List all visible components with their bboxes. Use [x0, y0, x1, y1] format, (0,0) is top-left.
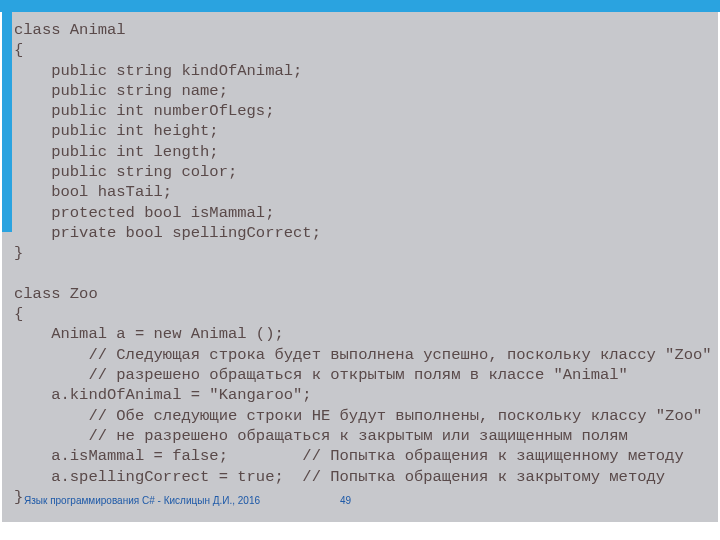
page-number: 49 — [340, 495, 351, 506]
top-accent-bar — [0, 0, 720, 12]
code-panel: class Animal { public string kindOfAnima… — [2, 12, 718, 522]
code-block: class Animal { public string kindOfAnima… — [14, 20, 706, 507]
footer-text: Язык программирования C# - Кислицын Д.И.… — [24, 495, 260, 506]
left-accent-bar — [2, 12, 12, 232]
